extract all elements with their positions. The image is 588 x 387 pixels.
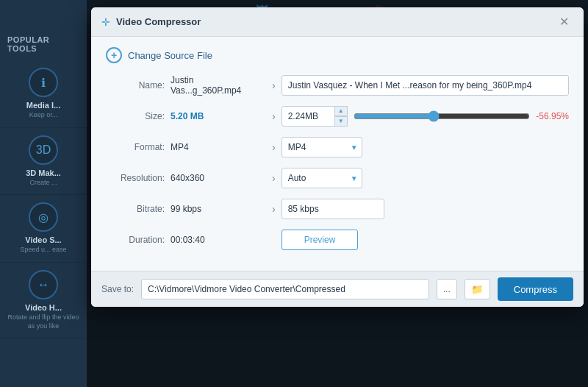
format-label: Format: [106,142,165,152]
size-slider-container [354,110,531,122]
video-speed-desc: Speed u... ease [20,246,66,255]
media-info-desc: Keep or... [26,111,60,120]
folder-icon: 📁 [471,284,484,295]
size-spin-down[interactable]: ▼ [334,116,348,127]
dialog-overlay: ✛ Video Compressor ✕ + Change Source Fil… [87,24,588,387]
size-source-value: 5.20 MB [171,111,266,121]
save-to-path-input[interactable] [141,279,429,299]
add-source-icon: + [106,47,122,63]
change-source-label: Change Source File [128,50,212,61]
resolution-label: Resolution: [106,173,165,183]
sidebar: Popular Tools ℹ Media I... Keep or... 3D… [0,24,87,387]
format-source-value: MP4 [171,142,266,152]
name-arrow-icon: › [272,79,276,91]
save-to-dots-button[interactable]: ... [437,279,457,299]
duration-row: Duration: 00:03:40 › Preview [106,230,569,250]
format-row: Format: MP4 › MP4 AVI MOV MKV FLV ▼ [106,137,569,157]
size-spin-up[interactable]: ▲ [334,106,348,116]
format-select-wrap: MP4 AVI MOV MKV FLV ▼ [282,137,362,157]
media-info-title: Media I... [26,101,60,110]
duration-label: Duration: [106,235,165,245]
bottom-bar: Save to: ... 📁 Compress [91,271,584,307]
3d-maker-title: 3D Mak... [26,168,61,177]
dialog-body: + Change Source File Name: Justin Vas...… [91,37,584,271]
dialog-close-button[interactable]: ✕ [555,24,573,30]
dialog-title-bar: ✛ Video Compressor ✕ [91,24,584,37]
bitrate-dest-input[interactable] [282,199,384,219]
size-slider[interactable] [354,110,531,122]
save-to-label: Save to: [101,284,134,294]
name-dest-input[interactable] [282,75,569,96]
format-select[interactable]: MP4 AVI MOV MKV FLV [282,137,362,157]
sidebar-title: Popular Tools [0,31,87,60]
bitrate-arrow-icon: › [272,203,276,215]
dialog-title: Video Compressor [116,24,549,27]
size-arrow-icon: › [272,110,276,122]
bitrate-source-value: 99 kbps [171,204,266,214]
resolution-source-value: 640x360 [171,173,266,183]
resolution-select[interactable]: Auto 640x360 1280x720 1920x1080 [282,168,362,188]
name-label: Name: [106,80,165,90]
3d-maker-desc: Create ... [26,179,61,188]
change-source-file[interactable]: + Change Source File [106,47,569,63]
resolution-row: Resolution: 640x360 › Auto 640x360 1280x… [106,168,569,188]
video-speed-title: Video S... [20,235,66,244]
size-slider-wrap: -56.95% [354,110,569,122]
resolution-select-wrap: Auto 640x360 1280x720 1920x1080 ▼ [282,168,362,188]
main-content: Popular Tools ℹ Media I... Keep or... 3D… [0,24,588,387]
name-row: Name: Justin Vas...g_360P.mp4 › [106,75,569,96]
size-percent-label: -56.95% [536,111,569,121]
compress-button[interactable]: Compress [498,277,573,301]
sidebar-item-media-info[interactable]: ℹ Media I... Keep or... [0,60,87,128]
sidebar-item-video-speed[interactable]: ◎ Video S... Speed u... ease [0,195,87,263]
3d-icon: 3D [29,135,58,165]
preview-button[interactable]: Preview [282,230,359,250]
name-source-value: Justin Vas...g_360P.mp4 [171,75,266,96]
info-icon: ℹ [29,68,58,97]
sidebar-item-3d-maker[interactable]: 3D 3D Mak... Create ... [0,128,87,196]
speed-icon: ◎ [29,202,58,232]
size-row: Size: 5.20 MB › ▲ ▼ -56.95% [106,106,569,127]
dialog-title-icon: ✛ [101,24,110,28]
format-arrow-icon: › [272,141,276,153]
video-compressor-dialog: ✛ Video Compressor ✕ + Change Source Fil… [91,24,584,307]
size-spin-wrap: ▲ ▼ [282,106,348,127]
video-h-desc: Rotate and flip the video as you like [6,313,81,330]
bitrate-label: Bitrate: [106,204,165,214]
duration-value: 00:03:40 [171,235,266,245]
resolution-arrow-icon: › [272,172,276,184]
size-spinners: ▲ ▼ [334,106,348,127]
flip-icon: ↔ [29,270,58,299]
save-to-folder-button[interactable]: 📁 [465,279,490,299]
bitrate-row: Bitrate: 99 kbps › [106,199,569,219]
sidebar-item-video-h[interactable]: ↔ Video H... Rotate and flip the video a… [0,263,87,338]
size-label: Size: [106,111,165,121]
video-h-title: Video H... [6,303,81,312]
